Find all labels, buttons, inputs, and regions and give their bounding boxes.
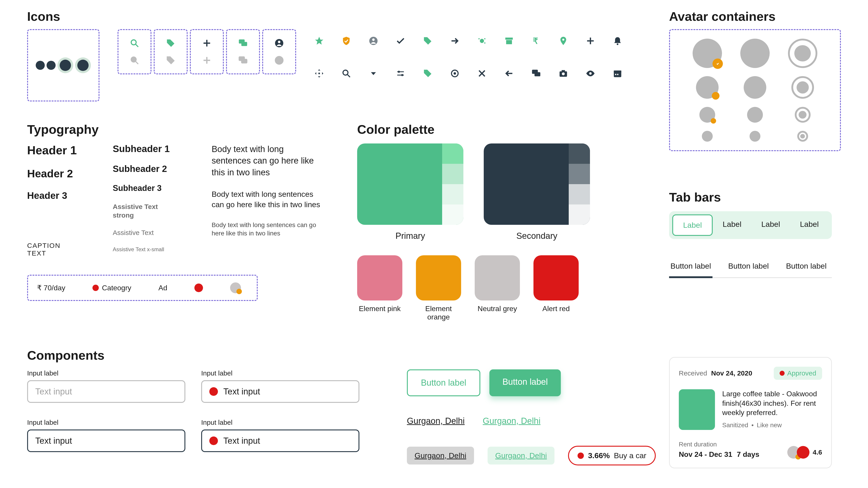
tag-icon xyxy=(166,55,176,65)
tab-underline-3[interactable]: Button label xyxy=(784,262,828,277)
listing-card[interactable]: Received Nov 24, 2020 Approved Large cof… xyxy=(669,357,832,468)
shield-verified-icon xyxy=(712,92,719,100)
section-title-avatars: Avatar containers xyxy=(669,9,841,24)
text-input[interactable]: Text input xyxy=(27,429,185,452)
tag-accent[interactable]: Gurgaon, Delhi xyxy=(488,447,555,464)
text-input[interactable]: Text input xyxy=(201,429,360,452)
search-icon xyxy=(129,38,140,48)
dot-icon xyxy=(92,285,99,291)
tag-neutral[interactable]: Gurgaon, Delhi xyxy=(407,447,474,464)
input-plain: Input label Text input xyxy=(27,369,185,403)
avatar-stack-2 xyxy=(797,446,809,459)
svg-point-17 xyxy=(484,42,486,43)
cta-pill-button[interactable]: 3.66% Buy a car xyxy=(568,446,656,465)
body-text-sm: Body text with long sentences can go her… xyxy=(212,221,321,238)
received-label: Received xyxy=(679,369,707,377)
status-badge: Approved xyxy=(774,367,822,380)
avatar-medium-outline xyxy=(792,76,814,99)
shield-verified-icon xyxy=(237,289,242,294)
close-icon xyxy=(477,68,487,78)
user-circle-icon xyxy=(368,36,378,46)
shield-verified-icon xyxy=(711,118,716,124)
body-text-md: Body text with long sentences can go her… xyxy=(212,189,321,210)
input-with-icon-focused: Input label Text input xyxy=(201,419,360,452)
assistive-strong-sample: Assistive Text strong xyxy=(113,202,180,219)
text-input[interactable]: Text input xyxy=(201,380,360,403)
svg-point-35 xyxy=(589,72,592,75)
tab-underline-2[interactable]: Button label xyxy=(727,262,770,277)
card-section: Received Nov 24, 2020 Approved Large cof… xyxy=(669,357,832,468)
archive-icon xyxy=(504,36,514,46)
svg-point-13 xyxy=(372,38,375,41)
swatch-primary: Primary xyxy=(357,143,463,241)
swatch-red: Alert red xyxy=(533,255,579,321)
dot-default-icon xyxy=(36,61,45,70)
svg-point-27 xyxy=(401,74,403,76)
icons-section: Icons ₹ xyxy=(27,9,674,101)
dot-icon xyxy=(209,436,218,445)
bell-icon xyxy=(613,36,622,46)
section-title-icons: Icons xyxy=(27,9,674,24)
assistive-xsmall-sample: Assistive Text x-small xyxy=(113,246,180,253)
tab-pill-3[interactable]: Label xyxy=(751,215,790,236)
duration-label: Rent duration xyxy=(679,441,759,448)
tab-pill-2[interactable]: Label xyxy=(713,215,751,236)
link-accent[interactable]: Gurgaon, Delhi xyxy=(483,416,541,426)
avatar-xsmall-outline xyxy=(797,131,808,142)
palette-section: Color palette Primary Secondary Element … xyxy=(357,122,597,321)
camera-icon xyxy=(558,68,568,78)
svg-point-16 xyxy=(484,38,486,39)
card-title: Large coffee table - Oakwood finish(46x3… xyxy=(722,389,822,418)
tab-pill-4[interactable]: Label xyxy=(790,215,829,236)
target-icon xyxy=(450,68,460,78)
dot-icon xyxy=(578,453,584,459)
svg-point-22 xyxy=(617,43,618,45)
header-2-sample: Header 2 xyxy=(27,167,81,180)
link-default[interactable]: Gurgaon, Delhi xyxy=(407,416,465,426)
svg-line-25 xyxy=(348,75,350,77)
svg-rect-37 xyxy=(614,70,621,72)
avatar-large-badge xyxy=(692,39,722,68)
user-circle-icon xyxy=(274,55,284,65)
text-input[interactable]: Text input xyxy=(27,380,185,403)
arrow-right-icon xyxy=(450,36,460,46)
body-text-lg: Body text with long sentences can go her… xyxy=(212,143,321,178)
avatar-xsmall xyxy=(702,131,713,142)
button-primary[interactable]: Button label xyxy=(489,369,561,396)
rating: 4.6 xyxy=(813,449,822,456)
avatar-small-outline xyxy=(795,107,811,123)
svg-point-23 xyxy=(318,72,320,74)
search-icon xyxy=(341,68,351,78)
move-icon xyxy=(314,68,324,78)
svg-point-24 xyxy=(343,70,348,75)
avatar-medium-badge xyxy=(696,76,719,99)
svg-rect-39 xyxy=(617,74,618,75)
swatch-secondary: Secondary xyxy=(484,143,590,241)
header-3-sample: Header 3 xyxy=(27,190,81,201)
pill-tabbar: Label Label Label Label xyxy=(669,211,832,239)
svg-rect-19 xyxy=(506,40,512,44)
tab-pill-1[interactable]: Label xyxy=(672,215,713,236)
ad-chip: Ad xyxy=(158,284,167,292)
svg-point-33 xyxy=(562,72,565,75)
section-title-palette: Color palette xyxy=(357,122,597,137)
button-outline[interactable]: Button label xyxy=(407,369,480,396)
chat-icon xyxy=(238,38,248,48)
avatar-small xyxy=(747,107,763,123)
svg-point-21 xyxy=(562,39,564,41)
avatar-small-badge xyxy=(700,107,715,123)
check-icon xyxy=(396,36,405,46)
price-chip: ₹ 70/day xyxy=(37,284,65,292)
section-title-typography: Typography xyxy=(27,122,321,137)
tab-underline-1[interactable]: Button label xyxy=(669,262,712,277)
location-icon xyxy=(558,36,568,46)
svg-line-1 xyxy=(136,44,138,47)
svg-text:₹: ₹ xyxy=(533,36,538,46)
plus-icon xyxy=(202,38,212,48)
rupee-icon: ₹ xyxy=(531,36,541,46)
dot-icon xyxy=(194,284,203,292)
avatar-medium xyxy=(744,76,766,99)
category-chip: Cateogry xyxy=(92,284,131,292)
swatch-orange: Element orange xyxy=(416,255,461,321)
underline-tabbar: Button label Button label Button label xyxy=(669,262,832,278)
